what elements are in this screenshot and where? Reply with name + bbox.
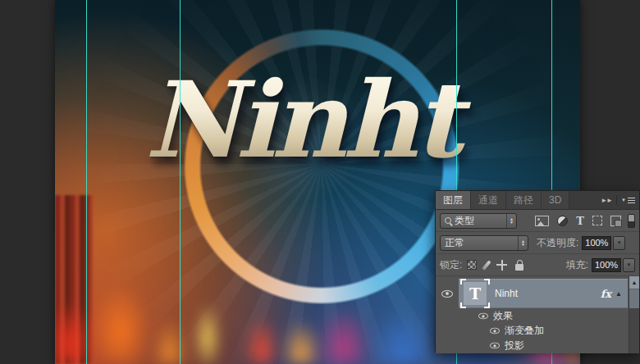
effect-label: 投影 bbox=[505, 339, 524, 353]
effects-collapse-icon[interactable]: ▲ bbox=[615, 290, 622, 298]
visibility-eye-icon[interactable] bbox=[490, 327, 500, 334]
opacity-label: 不透明度: bbox=[537, 236, 578, 250]
effect-label: 渐变叠加 bbox=[505, 324, 544, 338]
filter-toggle-switch[interactable] bbox=[628, 214, 635, 228]
layer-list-scrollbar[interactable]: ▲ bbox=[629, 276, 639, 353]
tab-layers[interactable]: 图层 bbox=[436, 191, 471, 209]
tabbar-controls: ►► ▼ bbox=[601, 191, 639, 209]
adjustment-layer-filter-icon[interactable] bbox=[557, 216, 568, 226]
effects-group-label: 效果 bbox=[493, 309, 513, 323]
type-layer-filter-icon[interactable]: T bbox=[576, 216, 584, 226]
shape-layer-filter-icon[interactable] bbox=[592, 216, 602, 225]
lock-all-icon[interactable] bbox=[515, 264, 523, 271]
spinner-arrows-icon: ▲▼ bbox=[506, 214, 516, 228]
blend-mode-select[interactable]: 正常 ▲▼ bbox=[440, 235, 528, 251]
effect-row-drop-shadow[interactable]: 投影 bbox=[436, 338, 639, 353]
visibility-eye-icon[interactable] bbox=[490, 342, 500, 348]
search-icon bbox=[445, 217, 451, 224]
tab-paths[interactable]: 路径 bbox=[506, 191, 542, 209]
effect-row-gradient-overlay[interactable]: 渐变叠加 bbox=[436, 323, 639, 338]
fill-label: 填充: bbox=[566, 258, 588, 272]
opacity-dropdown-icon[interactable]: ▼ bbox=[613, 236, 625, 250]
selected-layer-highlight[interactable]: T Ninht fx ▲ bbox=[459, 279, 628, 308]
visibility-eye-icon[interactable] bbox=[441, 290, 453, 298]
smart-object-filter-icon[interactable] bbox=[610, 216, 621, 226]
panel-menu-icon[interactable]: ▼ bbox=[621, 198, 635, 203]
lock-pixels-icon[interactable] bbox=[482, 260, 491, 271]
layer-name[interactable]: Ninht bbox=[495, 288, 518, 299]
panel-tabbar: 图层 通道 路径 3D ►► ▼ bbox=[436, 191, 639, 210]
lock-transparency-icon[interactable] bbox=[467, 260, 477, 270]
pixel-layer-filter-icon[interactable] bbox=[535, 216, 549, 226]
guide-vertical-2 bbox=[180, 0, 181, 364]
lock-position-icon[interactable] bbox=[496, 260, 507, 271]
blend-row: 正常 ▲▼ 不透明度: 100% ▼ bbox=[436, 232, 639, 254]
guide-vertical-1 bbox=[86, 0, 87, 364]
filter-kind-select[interactable]: 类型 ▲▼ bbox=[440, 213, 517, 229]
layer-thumbnail[interactable]: T bbox=[464, 282, 487, 305]
lock-label: 锁定: bbox=[440, 258, 462, 272]
scrollbar-thumb[interactable] bbox=[629, 289, 639, 308]
lock-icons bbox=[467, 260, 523, 271]
fill-dropdown-icon[interactable]: ▼ bbox=[623, 258, 635, 272]
spinner-arrows-icon: ▲▼ bbox=[518, 236, 528, 250]
tab-3d[interactable]: 3D bbox=[542, 191, 569, 209]
filter-type-icons: T bbox=[535, 216, 624, 226]
visibility-eye-icon[interactable] bbox=[478, 312, 488, 319]
layer-list: T Ninht fx ▲ 效果 渐变叠加 bbox=[436, 276, 639, 353]
filter-row: 类型 ▲▼ T bbox=[436, 210, 639, 232]
fill-value[interactable]: 100% bbox=[592, 258, 621, 272]
collapse-panels-icon[interactable]: ►► bbox=[601, 197, 612, 204]
effects-group-row[interactable]: 效果 bbox=[436, 308, 639, 323]
divider bbox=[616, 195, 617, 205]
layers-panel: 图层 通道 路径 3D ►► ▼ 类型 ▲▼ bbox=[435, 190, 640, 353]
hamburger-icon bbox=[628, 198, 635, 203]
scroll-up-icon[interactable]: ▲ bbox=[629, 276, 639, 289]
tab-channels[interactable]: 通道 bbox=[471, 191, 506, 209]
lock-row: 锁定: 填充: 100% ▼ bbox=[436, 254, 639, 276]
fx-badge[interactable]: fx bbox=[601, 288, 611, 300]
photoshop-workspace: Ninht 图层 通道 路径 3D ►► ▼ 类型 bbox=[0, 0, 640, 364]
logo-text: Ninht bbox=[63, 62, 539, 178]
opacity-value[interactable]: 100% bbox=[582, 236, 611, 250]
type-layer-thumbnail-icon: T bbox=[464, 282, 487, 305]
layer-row-ninht[interactable]: T Ninht fx ▲ bbox=[436, 279, 639, 308]
